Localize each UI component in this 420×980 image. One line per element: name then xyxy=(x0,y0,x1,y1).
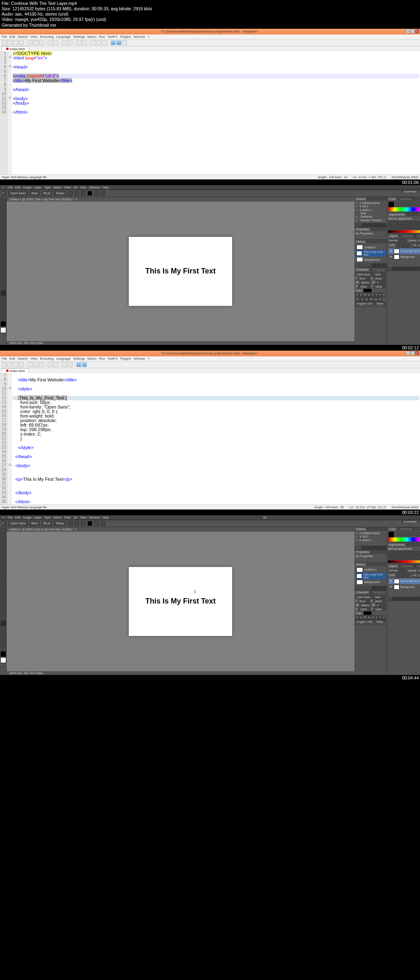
paste-icon[interactable] xyxy=(39,40,44,45)
antialias-dropdown[interactable]: Sharp xyxy=(54,521,66,526)
ps-menu-window[interactable]: Window xyxy=(89,186,100,189)
font-weight-dropdown[interactable]: Bold xyxy=(30,521,40,526)
visibility-icon[interactable]: 👁 xyxy=(389,255,393,258)
new-icon[interactable] xyxy=(2,40,7,45)
align-left-icon[interactable] xyxy=(68,521,73,526)
ps-menu-select[interactable]: Select xyxy=(53,186,62,189)
fi-icon[interactable]: fi xyxy=(356,297,360,301)
gradient-tool-icon[interactable] xyxy=(0,596,6,601)
eraser-tool-icon[interactable] xyxy=(0,259,6,265)
open-icon[interactable] xyxy=(7,362,12,367)
ps-menu-3d[interactable]: 3D xyxy=(73,186,78,189)
indent-icon[interactable] xyxy=(102,40,107,45)
pen-tool-icon[interactable] xyxy=(0,614,6,620)
layer-text[interactable]: 👁TThis Is My First Text xyxy=(388,578,420,584)
snapshot-icon[interactable] xyxy=(372,264,376,267)
super-icon[interactable]: T xyxy=(371,293,374,297)
document-tab[interactable]: Untitled-1 @ 100% (This Is My First Text… xyxy=(7,527,354,532)
stop-icon[interactable] xyxy=(122,40,127,45)
eyedropper-tool-icon[interactable] xyxy=(0,229,6,234)
poster-icon[interactable] xyxy=(406,225,410,230)
fill-field[interactable]: Fill: 100% xyxy=(413,243,420,248)
menu-view[interactable]: View xyxy=(30,35,37,39)
zoomin-icon[interactable] xyxy=(76,40,81,45)
save-icon[interactable] xyxy=(13,40,18,45)
foreground-color-icon[interactable] xyxy=(0,321,6,327)
background-color-icon[interactable] xyxy=(0,657,6,663)
paths-tab[interactable]: Paths xyxy=(415,234,420,238)
char-lang[interactable]: English: USA xyxy=(356,301,374,305)
ps-menu-help[interactable]: Help xyxy=(103,186,109,189)
exposure-icon[interactable] xyxy=(402,221,406,225)
trash-icon[interactable] xyxy=(382,264,386,267)
replace-icon[interactable] xyxy=(68,40,73,45)
type-tool-icon[interactable] xyxy=(0,290,6,296)
3d-mode-label[interactable]: 3D xyxy=(263,516,267,519)
window-titlebar[interactable]: *C:\Users\sonal\Desktop\photoshop projec… xyxy=(0,29,420,34)
ps-menu-image[interactable]: Image xyxy=(23,186,32,189)
antialias-dropdown[interactable]: Sharp xyxy=(54,191,66,196)
text-tool-icon[interactable]: T xyxy=(2,521,7,526)
shape-tool-icon[interactable] xyxy=(0,633,6,638)
font-weight-dropdown[interactable]: Bold xyxy=(30,191,40,196)
code-editor[interactable]: 7891011121314151617181920212223242526272… xyxy=(0,373,420,505)
brightness-icon[interactable] xyxy=(388,221,392,225)
menu-settings[interactable]: Settings xyxy=(73,35,85,39)
group-icon[interactable] xyxy=(412,267,416,270)
menu-encoding[interactable]: Encoding xyxy=(40,35,53,39)
layer-background[interactable]: 👁 Background 🔒 xyxy=(388,254,420,260)
warp-text-icon[interactable] xyxy=(94,191,99,196)
ps-menu-layer[interactable]: Layer xyxy=(34,186,42,189)
play-icon[interactable] xyxy=(116,40,121,45)
underline-icon[interactable]: T xyxy=(379,293,382,297)
tab-index-html[interactable]: index.html xyxy=(2,368,29,373)
move-tool-icon[interactable] xyxy=(0,198,6,204)
sub-icon[interactable]: T xyxy=(375,293,378,297)
font-family-dropdown[interactable]: Open Sans xyxy=(8,191,28,196)
adj-layer-icon[interactable] xyxy=(407,267,411,270)
fx-icon[interactable] xyxy=(397,267,401,270)
font-size-field[interactable]: 58 pt xyxy=(41,191,52,196)
eyedropper-tool-icon[interactable] xyxy=(0,559,6,565)
replace-icon[interactable] xyxy=(68,362,73,367)
stamp-tool-icon[interactable] xyxy=(0,247,6,253)
fg-color-swatch[interactable] xyxy=(388,202,394,207)
new-action-icon[interactable] xyxy=(377,223,381,227)
saveall-icon[interactable] xyxy=(19,362,24,367)
minimize-button[interactable]: ‒ xyxy=(406,351,410,355)
new-layer-icon[interactable] xyxy=(417,267,420,270)
redo-icon[interactable] xyxy=(53,40,58,45)
1st-icon[interactable]: 1st xyxy=(374,297,378,301)
curves-icon[interactable] xyxy=(397,221,401,225)
hue-icon[interactable] xyxy=(411,221,415,225)
color-tab[interactable]: Color xyxy=(387,197,398,201)
copy-icon[interactable] xyxy=(33,362,38,367)
redo-icon[interactable] xyxy=(53,362,58,367)
text-color-swatch[interactable] xyxy=(87,191,92,196)
window-titlebar[interactable]: *C:\Users\sonal\Desktop\photoshop projec… xyxy=(0,351,420,356)
char-panel-icon[interactable] xyxy=(100,521,105,526)
undo-icon[interactable] xyxy=(48,362,52,367)
crop-tool-icon[interactable] xyxy=(0,223,6,228)
layer-text[interactable]: 👁 T This Is My First Text xyxy=(388,248,420,254)
menu-file[interactable]: File xyxy=(2,35,7,39)
close-tab-icon[interactable]: × xyxy=(75,197,77,201)
text-tool-icon[interactable]: T xyxy=(2,191,7,196)
wand-tool-icon[interactable] xyxy=(0,546,6,552)
char-weight[interactable]: Bold xyxy=(374,272,386,276)
actions-list[interactable]: ✓▸ Default Actions ✓▾ Set 2 ✓ ▾ Action 1… xyxy=(354,201,387,223)
char-aa[interactable]: Sharp xyxy=(375,301,386,305)
new-doc-icon[interactable] xyxy=(377,264,381,267)
zoomout-icon[interactable] xyxy=(82,40,87,45)
document-tab[interactable]: Untitled-1 @ 100% (This Is My First Text… xyxy=(7,197,354,202)
background-color-icon[interactable] xyxy=(0,327,6,333)
hand-tool-icon[interactable] xyxy=(0,309,6,314)
trash-icon[interactable] xyxy=(382,223,386,227)
code-area[interactable]: <!!DOCTYPE html> <html lang="en"> <head>… xyxy=(12,51,420,174)
fold-column[interactable]: ⊟⊟ xyxy=(8,373,12,505)
char-vscale[interactable]: 100% xyxy=(359,285,371,288)
heal-tool-icon[interactable] xyxy=(0,235,6,241)
code-editor[interactable]: 1234567891011121314 ⊟⊟⊟ <!!DOCTYPE html>… xyxy=(0,51,420,174)
mixer-icon[interactable] xyxy=(393,225,397,230)
artboard[interactable]: I This Is My First Text xyxy=(129,567,232,636)
